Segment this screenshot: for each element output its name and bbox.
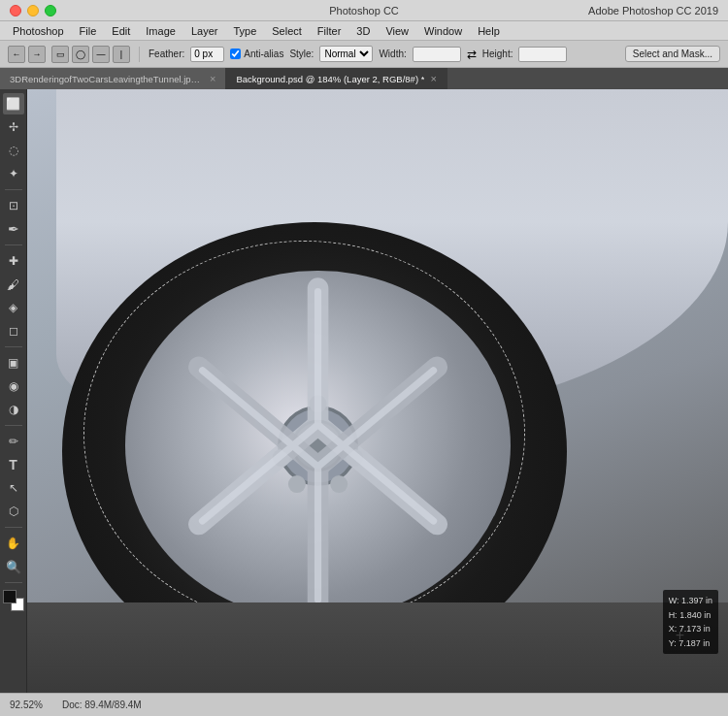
main-area: ⬜ ✢ ◌ ✦ ⊡ ✒ ✚ 🖌 ◈ ◻ ▣ ◉ ◑ ✏ T ↖ ⬡ ✋ 🔍 [0,89,728,693]
tab-jpeg-close[interactable]: × [210,73,215,84]
lasso-tool[interactable]: ◌ [3,140,24,161]
menu-file[interactable]: File [73,23,104,39]
menu-edit[interactable]: Edit [105,23,137,39]
width-input[interactable] [413,47,461,62]
doc-size-label: Doc: 89.4M/89.4M [62,700,142,710]
rect-marquee-btn[interactable]: ▭ [51,46,69,63]
menu-image[interactable]: Image [139,23,182,39]
minimize-button[interactable] [27,5,39,16]
tab-psd[interactable]: Background.psd @ 184% (Layer 2, RGB/8#) … [226,68,447,89]
menu-help[interactable]: Help [471,23,507,39]
tab-psd-close[interactable]: × [430,73,436,84]
antialias-checkbox[interactable]: Anti-alias [230,49,283,59]
eyedropper-tool[interactable]: ✒ [3,218,24,240]
col-marquee-btn[interactable]: | [113,46,130,63]
menu-3d[interactable]: 3D [349,23,377,39]
style-select[interactable]: Normal [319,46,373,62]
app-title: Photoshop CC [329,5,399,16]
menu-view[interactable]: View [379,23,415,39]
ground-graphic [27,602,728,693]
menu-layer[interactable]: Layer [184,23,225,39]
redo-button[interactable]: → [28,46,46,63]
pen-tool[interactable]: ✏ [3,431,24,452]
tool-divider-3 [5,346,22,347]
dodge-tool[interactable]: ◑ [3,399,24,420]
tool-divider-1 [5,189,22,190]
menu-select[interactable]: Select [265,23,309,39]
canvas-image: + W: 1.397 in H: 1.840 in X: 7.173 in Y:… [27,89,728,693]
options-toolbar: ← → ▭ ◯ — | Feather: Anti-alias Style: N… [0,41,728,68]
color-chips[interactable] [3,590,24,611]
canvas-area[interactable]: + W: 1.397 in H: 1.840 in X: 7.173 in Y:… [27,89,728,693]
width-label: Width: [379,49,406,59]
shape-tool[interactable]: ⬡ [3,501,24,522]
info-width: W: 1.397 in [669,594,712,607]
style-label: Style: [289,49,314,59]
shape-type-group: ▭ ◯ — | [51,46,130,63]
row-marquee-btn[interactable]: — [92,46,110,63]
hand-tool[interactable]: ✋ [3,533,24,554]
path-select-tool[interactable]: ↖ [3,477,24,499]
history-nav: ← → [8,46,46,63]
tool-divider-4 [5,425,22,426]
tool-divider-2 [5,244,22,245]
rectangular-marquee-tool[interactable]: ⬜ [3,93,24,114]
document-tabs: 3DRenderingofTwoCarsLeavingtheTunnel.jpe… [0,68,728,89]
tool-divider-5 [5,527,22,528]
brush-tool[interactable]: 🖌 [3,274,24,295]
menu-photoshop[interactable]: Photoshop [6,23,71,39]
height-label: Height: [482,49,513,59]
app-name: Photoshop CC [329,5,399,16]
info-overlay: W: 1.397 in H: 1.840 in X: 7.173 in Y: 7… [663,590,718,654]
eraser-tool[interactable]: ◻ [3,320,24,342]
menu-window[interactable]: Window [417,23,469,39]
gradient-tool[interactable]: ▣ [3,352,24,374]
window-title: Adobe Photoshop CC 2019 [588,5,728,16]
move-tool[interactable]: ✢ [3,116,24,138]
magic-wand-tool[interactable]: ✦ [3,163,24,184]
traffic-lights [0,5,56,16]
status-bar: 92.52% Doc: 89.4M/89.4M [0,693,728,716]
info-x: X: 7.173 in [669,622,712,635]
menu-bar: Photoshop File Edit Image Layer Type Sel… [0,21,728,41]
close-button[interactable] [10,5,21,16]
menu-type[interactable]: Type [226,23,263,39]
tab-jpeg[interactable]: 3DRenderingofTwoCarsLeavingtheTunnel.jpe… [0,68,226,89]
divider-1 [139,47,140,62]
undo-button[interactable]: ← [8,46,25,63]
clone-tool[interactable]: ◈ [3,297,24,318]
heal-tool[interactable]: ✚ [3,250,24,272]
select-and-mask-button[interactable]: Select and Mask... [625,46,720,62]
maximize-button[interactable] [45,5,56,16]
tab-jpeg-label: 3DRenderingofTwoCarsLeavingtheTunnel.jpe… [10,74,204,84]
swap-dimensions-icon[interactable]: ⇄ [467,48,477,61]
crop-tool[interactable]: ⊡ [3,195,24,216]
info-height: H: 1.840 in [669,608,712,622]
blur-tool[interactable]: ◉ [3,375,24,397]
feather-input[interactable] [190,47,224,62]
zoom-level: 92.52% [10,700,43,710]
menu-filter[interactable]: Filter [311,23,347,39]
feather-label: Feather: [149,49,184,59]
zoom-tool[interactable]: 🔍 [3,556,24,577]
title-bar: Photoshop CC Adobe Photoshop CC 2019 [0,0,728,21]
foreground-color-chip[interactable] [3,590,17,603]
info-y: Y: 7.187 in [669,636,712,650]
selection-marquee [83,241,525,627]
tab-psd-label: Background.psd @ 184% (Layer 2, RGB/8#) … [236,74,424,84]
antialias-check[interactable] [230,49,241,59]
tool-divider-6 [5,582,22,583]
antialias-label: Anti-alias [244,49,283,59]
toolbox: ⬜ ✢ ◌ ✦ ⊡ ✒ ✚ 🖌 ◈ ◻ ▣ ◉ ◑ ✏ T ↖ ⬡ ✋ 🔍 [0,89,27,693]
height-input[interactable] [518,47,567,62]
ellipse-marquee-btn[interactable]: ◯ [72,46,89,63]
type-tool[interactable]: T [3,454,24,475]
